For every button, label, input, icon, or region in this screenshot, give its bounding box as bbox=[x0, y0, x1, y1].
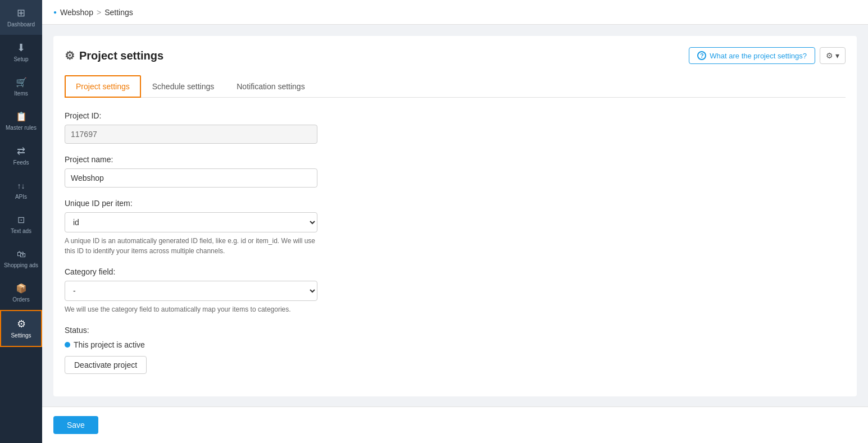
sidebar-item-orders[interactable]: Orders bbox=[0, 276, 42, 310]
help-circle-icon: ? bbox=[697, 51, 706, 60]
main-area: ● Webshop > Settings ⚙ Project settings … bbox=[42, 0, 868, 443]
sidebar-item-label: Orders bbox=[12, 296, 30, 303]
unique-id-group: Unique ID per item: id item_id A unique … bbox=[65, 199, 846, 256]
topbar-dot: ● bbox=[53, 9, 57, 15]
project-name-group: Project name: bbox=[65, 155, 846, 188]
topbar-project-name: Webshop bbox=[60, 8, 93, 17]
deactivate-project-button[interactable]: Deactivate project bbox=[65, 356, 147, 374]
project-name-input[interactable] bbox=[65, 168, 317, 188]
category-field-label: Category field: bbox=[65, 267, 846, 276]
status-label: Status: bbox=[65, 326, 846, 335]
settings-card: ⚙ Project settings ? What are the projec… bbox=[53, 36, 857, 396]
shopping-ads-icon bbox=[17, 248, 26, 260]
unique-id-label: Unique ID per item: bbox=[65, 199, 846, 208]
settings-icon bbox=[17, 318, 26, 330]
sidebar-item-apis[interactable]: APIs bbox=[0, 173, 42, 207]
project-id-input[interactable] bbox=[65, 125, 317, 144]
status-active-text: This project is active bbox=[74, 340, 145, 349]
settings-dropdown-icon: ▾ bbox=[835, 51, 839, 60]
category-field-group: Category field: - We will use the catego… bbox=[65, 267, 846, 314]
tab-schedule-settings[interactable]: Schedule settings bbox=[141, 75, 226, 98]
items-icon bbox=[16, 76, 27, 88]
topbar-page-name: Settings bbox=[104, 8, 133, 17]
sidebar-item-label: Setup bbox=[13, 56, 28, 63]
sidebar-item-label: Shopping ads bbox=[4, 262, 38, 269]
status-group: Status: This project is active Deactivat… bbox=[65, 326, 846, 374]
sidebar-item-label: Feeds bbox=[13, 159, 29, 166]
project-id-label: Project ID: bbox=[65, 111, 846, 120]
tab-project-settings[interactable]: Project settings bbox=[65, 75, 141, 98]
content-area: ⚙ Project settings ? What are the projec… bbox=[42, 25, 868, 407]
page-title-text: Project settings bbox=[79, 49, 163, 62]
unique-id-select[interactable]: id item_id bbox=[65, 212, 317, 232]
sidebar-item-settings[interactable]: Settings bbox=[0, 310, 42, 347]
header-actions: ? What are the project settings? ⚙ ▾ bbox=[689, 47, 846, 64]
unique-id-hint: A unique ID is an automatically generate… bbox=[65, 236, 317, 256]
sidebar-item-master-rules[interactable]: Master rules bbox=[0, 104, 42, 138]
sidebar-item-label: Text ads bbox=[11, 228, 31, 235]
status-active-dot bbox=[65, 342, 70, 348]
settings-dropdown-button[interactable]: ⚙ ▾ bbox=[820, 47, 846, 64]
dashboard-icon bbox=[17, 7, 25, 19]
sidebar-item-dashboard[interactable]: Dashboard bbox=[0, 0, 42, 35]
orders-icon bbox=[16, 282, 27, 294]
sidebar-item-label: Settings bbox=[11, 332, 31, 339]
setup-icon bbox=[17, 42, 25, 54]
sidebar: Dashboard Setup Items Master rules Feeds… bbox=[0, 0, 42, 443]
sidebar-item-setup[interactable]: Setup bbox=[0, 35, 42, 70]
sidebar-item-shopping-ads[interactable]: Shopping ads bbox=[0, 241, 42, 276]
save-area: Save bbox=[42, 407, 868, 443]
sidebar-item-label: Items bbox=[14, 90, 28, 97]
settings-tabs: Project settings Schedule settings Notif… bbox=[65, 75, 846, 98]
sidebar-item-label: Master rules bbox=[6, 125, 37, 131]
sidebar-item-feeds[interactable]: Feeds bbox=[0, 138, 42, 173]
status-active-row: This project is active bbox=[65, 340, 846, 349]
project-name-label: Project name: bbox=[65, 155, 846, 164]
sidebar-item-items[interactable]: Items bbox=[0, 70, 42, 104]
topbar: ● Webshop > Settings bbox=[42, 0, 868, 25]
master-rules-icon bbox=[16, 111, 27, 122]
tab-notification-settings[interactable]: Notification settings bbox=[225, 75, 316, 98]
page-title-row: ⚙ Project settings ? What are the projec… bbox=[65, 47, 846, 64]
text-ads-icon bbox=[17, 214, 25, 226]
sidebar-item-label: Dashboard bbox=[7, 21, 35, 28]
project-id-group: Project ID: bbox=[65, 111, 846, 144]
settings-gear-icon: ⚙ bbox=[826, 51, 833, 60]
help-button-label: What are the project settings? bbox=[710, 52, 807, 60]
category-field-hint: We will use the category field to automa… bbox=[65, 304, 317, 314]
topbar-separator: > bbox=[97, 8, 101, 17]
help-button[interactable]: ? What are the project settings? bbox=[689, 47, 815, 64]
sidebar-item-label: APIs bbox=[15, 194, 27, 200]
save-button[interactable]: Save bbox=[53, 416, 98, 434]
page-title: ⚙ Project settings bbox=[65, 49, 163, 62]
sidebar-item-text-ads[interactable]: Text ads bbox=[0, 207, 42, 241]
category-field-select[interactable]: - bbox=[65, 281, 317, 301]
settings-form: Project ID: Project name: Unique ID per … bbox=[65, 111, 846, 374]
apis-icon bbox=[17, 180, 25, 191]
feeds-icon bbox=[17, 145, 25, 157]
page-gear-icon: ⚙ bbox=[65, 49, 75, 62]
